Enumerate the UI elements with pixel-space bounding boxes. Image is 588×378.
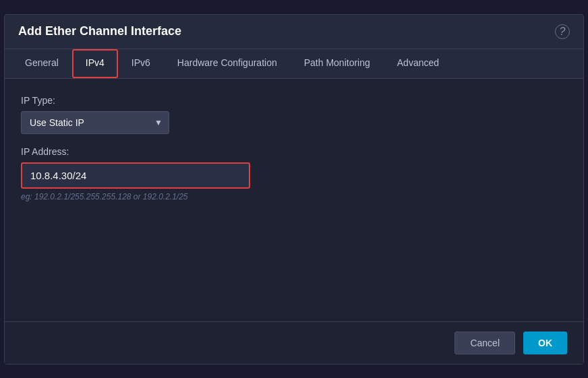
ip-type-select[interactable]: Use Static IP Use DHCP Use PPPoE	[21, 111, 169, 134]
dialog-header: Add Ether Channel Interface ?	[5, 15, 583, 49]
tab-general[interactable]: General	[11, 49, 72, 78]
ip-address-hint: eg: 192.0.2.1/255.255.255.128 or 192.0.2…	[21, 192, 567, 201]
tab-advanced[interactable]: Advanced	[384, 49, 452, 78]
dialog-title: Add Ether Channel Interface	[18, 24, 181, 38]
tab-bar: General IPv4 IPv6 Hardware Configuration…	[5, 49, 583, 79]
add-ether-channel-dialog: Add Ether Channel Interface ? General IP…	[4, 14, 584, 365]
ip-address-label: IP Address:	[21, 146, 567, 157]
ip-address-group: IP Address: eg: 192.0.2.1/255.255.255.12…	[21, 146, 567, 201]
tab-hardware-configuration[interactable]: Hardware Configuration	[164, 49, 291, 78]
dialog-footer: Cancel OK	[5, 321, 583, 364]
ip-address-input[interactable]	[21, 162, 250, 189]
ip-type-label: IP Type:	[21, 95, 567, 106]
ip-type-group: IP Type: Use Static IP Use DHCP Use PPPo…	[21, 95, 567, 134]
tab-ipv4[interactable]: IPv4	[72, 49, 118, 78]
help-icon[interactable]: ?	[555, 24, 570, 39]
tab-ipv6[interactable]: IPv6	[118, 49, 164, 78]
ip-type-select-wrapper: Use Static IP Use DHCP Use PPPoE ▼	[21, 111, 169, 134]
dialog-body: IP Type: Use Static IP Use DHCP Use PPPo…	[5, 79, 583, 321]
cancel-button[interactable]: Cancel	[454, 332, 515, 354]
tab-path-monitoring[interactable]: Path Monitoring	[291, 49, 384, 78]
ok-button[interactable]: OK	[523, 332, 567, 354]
